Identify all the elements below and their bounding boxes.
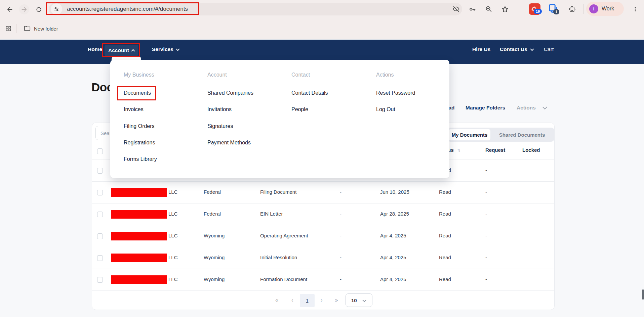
tab-my-documents[interactable]: My Documents [449, 129, 490, 140]
menu-item-invoices[interactable]: Invoices [124, 106, 144, 112]
nav-services-label: Services [152, 46, 173, 52]
annotation-documents-box [117, 86, 156, 100]
nav-home[interactable]: Home [88, 46, 102, 52]
row-checkbox[interactable] [97, 168, 103, 174]
cell-jurisdiction: Wyoming [204, 233, 225, 238]
menu-item-log-out[interactable]: Log Out [376, 106, 395, 112]
cell-request: - [485, 233, 487, 238]
pagination-page-1[interactable]: 1 [300, 294, 315, 307]
sort-icon: ↑↓ [457, 147, 460, 152]
extensions-puzzle-icon[interactable] [567, 4, 577, 14]
chevron-down-icon [176, 47, 179, 51]
menu-section-my-business: My Business [124, 72, 154, 78]
bookmark-new-folder[interactable]: New folder [24, 24, 58, 33]
chevron-down-icon [362, 298, 366, 302]
row-checkbox[interactable] [97, 233, 103, 239]
row-checkbox[interactable] [97, 190, 103, 195]
actions-label: Actions [517, 105, 536, 111]
menu-item-forms-library[interactable]: Forms Library [124, 156, 157, 162]
select-all-checkbox[interactable] [97, 148, 103, 154]
actions-button[interactable]: Actions [517, 105, 547, 111]
table-row[interactable]: LLC Federal EIN Letter - Apr 28, 2025 Re… [92, 203, 554, 225]
cell-status: Read [439, 276, 451, 282]
menu-item-filing-orders[interactable]: Filing Orders [124, 123, 155, 129]
apps-grid-icon[interactable] [4, 24, 13, 33]
cell-folder: - [340, 255, 341, 260]
extension-red-icon[interactable]: 19 [529, 3, 540, 15]
extension-blue-icon[interactable]: 1 [548, 3, 559, 15]
cell-document-type: Formation Document [260, 276, 307, 282]
cell-jurisdiction: Wyoming [204, 255, 225, 260]
row-checkbox[interactable] [97, 212, 103, 217]
menu-item-shared-companies[interactable]: Shared Companies [207, 90, 253, 96]
nav-hire-us[interactable]: Hire Us [472, 46, 490, 52]
cell-folder: - [340, 189, 341, 195]
pagination-first[interactable]: « [275, 297, 278, 304]
cell-request: - [485, 276, 487, 282]
menu-item-invitations[interactable]: Invitations [207, 106, 232, 112]
account-dropdown-menu: My Business Documents Invoices Filing Or… [110, 60, 449, 178]
column-header-locked: Locked [522, 147, 540, 153]
kebab-menu-icon[interactable] [631, 4, 640, 14]
table-row[interactable]: LLC Wyoming Operating Agreement - Apr 4,… [92, 225, 554, 247]
forward-icon[interactable] [19, 4, 29, 14]
nav-contact-us[interactable]: Contact Us [500, 46, 533, 52]
menu-item-registrations[interactable]: Registrations [124, 140, 155, 146]
cell-folder: - [340, 233, 341, 238]
chevron-down-icon [530, 47, 534, 51]
column-header-request: Request [485, 147, 505, 153]
scrollbar-thumb[interactable] [642, 289, 644, 300]
back-icon[interactable] [5, 5, 14, 14]
menu-item-payment-methods[interactable]: Payment Methods [207, 140, 251, 146]
cell-document-type: EIN Letter [260, 211, 283, 217]
extension-badge: 19 [534, 9, 542, 14]
cell-status: Read [439, 255, 451, 260]
cell-request: - [485, 211, 487, 217]
manage-folders-button[interactable]: Manage Folders [466, 105, 505, 111]
nav-contact-us-label: Contact Us [500, 46, 527, 52]
cell-request: - [485, 189, 487, 195]
cell-status: Read [439, 211, 451, 217]
cell-request: - [485, 255, 487, 260]
menu-item-people[interactable]: People [291, 106, 308, 112]
screenshot-root: accounts.registeredagentsinc.com/#/docum… [0, 0, 644, 317]
refresh-icon[interactable] [34, 5, 43, 14]
zoom-out-icon[interactable] [484, 5, 493, 13]
nav-services[interactable]: Services [152, 46, 179, 52]
row-checkbox[interactable] [97, 255, 103, 261]
cell-company-suffix: LLC [168, 211, 178, 217]
tab-shared-documents[interactable]: Shared Documents [491, 129, 553, 140]
page-size-select[interactable]: 10 [346, 293, 372, 307]
menu-item-reset-password[interactable]: Reset Password [376, 90, 415, 96]
menu-section-contact: Contact [291, 72, 310, 78]
profile-button[interactable]: I Work [586, 2, 624, 16]
cell-request: - [485, 167, 487, 173]
bookmark-star-icon[interactable] [500, 5, 509, 13]
menu-section-account: Account [207, 72, 227, 78]
table-row[interactable]: LLC Federal Filing Document - Jun 10, 20… [92, 182, 554, 203]
cell-folder: - [340, 211, 341, 217]
menu-item-contact-details[interactable]: Contact Details [291, 90, 328, 96]
cell-document-type: Initial Resolution [260, 255, 297, 260]
bookmark-label: New folder [34, 26, 58, 32]
table-row[interactable]: LLC Wyoming Formation Document - Apr 4, … [92, 269, 554, 291]
pagination-next[interactable]: › [321, 297, 323, 304]
pagination-prev[interactable]: ‹ [291, 297, 293, 304]
redaction-bar [111, 254, 167, 262]
eye-slash-icon[interactable] [452, 5, 460, 13]
row-checkbox[interactable] [97, 277, 103, 283]
cell-date: Apr 4, 2025 [380, 233, 406, 238]
toolbar-divider [583, 4, 583, 14]
cell-company-suffix: LLC [168, 255, 178, 260]
avatar: I [589, 4, 598, 13]
chevron-down-icon [542, 105, 547, 109]
menu-item-signatures[interactable]: Signatures [207, 123, 233, 129]
documents-tabs: My Documents Shared Documents [447, 128, 554, 142]
table-row[interactable]: LLC Wyoming Initial Resolution - Apr 4, … [92, 247, 554, 269]
profile-name: Work [602, 6, 614, 12]
cell-company-suffix: LLC [168, 276, 178, 282]
pagination-last[interactable]: » [335, 297, 338, 304]
cell-folder: - [340, 276, 341, 282]
nav-cart[interactable]: Cart [544, 46, 554, 52]
password-key-icon[interactable] [468, 5, 477, 13]
